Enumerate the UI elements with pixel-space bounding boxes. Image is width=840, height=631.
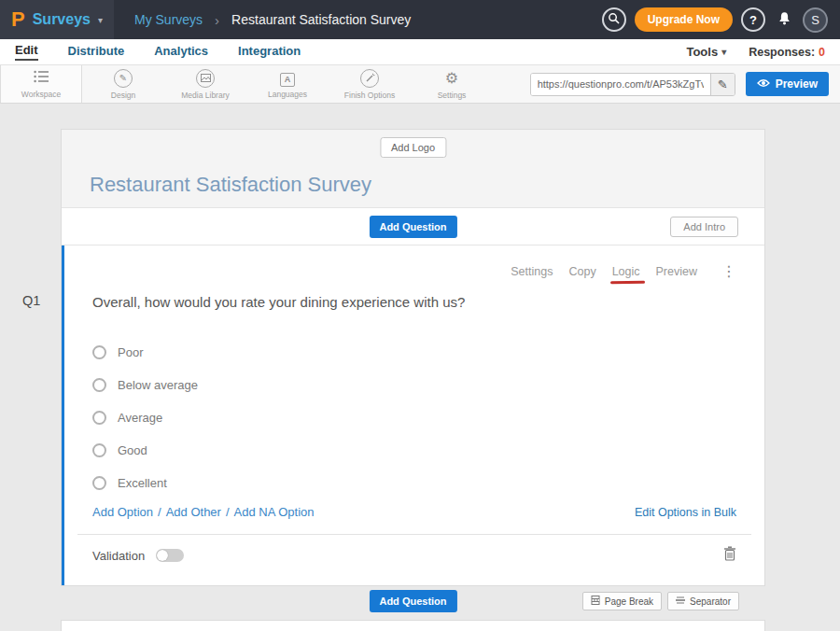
- toolbar-item-finish-options[interactable]: Finish Options: [329, 65, 411, 103]
- toolbar-item-media-library[interactable]: Media Library: [164, 65, 246, 103]
- responses-label: Responses:: [749, 46, 815, 59]
- section-nav: Edit Distribute Analytics Integration To…: [0, 39, 840, 65]
- header-actions: Upgrade Now ? S: [602, 7, 840, 33]
- tab-analytics[interactable]: Analytics: [154, 44, 208, 60]
- tab-integration[interactable]: Integration: [238, 44, 301, 60]
- separator-icon: [676, 596, 685, 607]
- search-button[interactable]: [602, 7, 626, 32]
- notifications-button[interactable]: [774, 10, 794, 30]
- product-switcher[interactable]: P Surveys ▾: [0, 0, 114, 39]
- edit-options-in-bulk-link[interactable]: Edit Options in Bulk: [635, 506, 736, 519]
- page-break-icon: [591, 596, 600, 607]
- page-break-label: Page Break: [605, 596, 653, 607]
- tab-edit[interactable]: Edit: [15, 43, 38, 61]
- nav-right-group: Tools ▾ Responses:0: [686, 45, 825, 59]
- tools-dropdown[interactable]: Tools ▾: [686, 45, 726, 59]
- languages-icon: A: [280, 73, 295, 87]
- tab-distribute[interactable]: Distribute: [68, 44, 125, 60]
- toolbar-label: Finish Options: [344, 91, 395, 100]
- answer-option-label[interactable]: Below average: [118, 378, 198, 392]
- question-number: Q1: [22, 293, 40, 308]
- radio-button[interactable]: [92, 443, 106, 457]
- survey-card: Add Logo Restaurant Satisfaction Survey …: [61, 129, 765, 586]
- toolbar-item-languages[interactable]: A Languages: [246, 65, 329, 103]
- validation-label: Validation: [92, 549, 145, 563]
- upgrade-now-button[interactable]: Upgrade Now: [635, 7, 733, 32]
- link-separator: /: [226, 505, 230, 519]
- responses-count: 0: [819, 46, 825, 59]
- chevron-down-icon: ▾: [721, 47, 726, 57]
- answer-option-row: Below average: [92, 369, 736, 401]
- page-break-button[interactable]: Page Break: [582, 592, 662, 610]
- survey-editor-screen: P Surveys ▾ My Surveys › Restaurant Sati…: [0, 0, 840, 631]
- answer-options-list: Poor Below average Average Good Excellen…: [92, 336, 736, 499]
- breadcrumb-my-surveys[interactable]: My Surveys: [134, 12, 203, 27]
- survey-title[interactable]: Restaurant Satisfaction Survey: [90, 173, 371, 197]
- survey-url-box: ✎: [530, 73, 735, 96]
- editor-toolbar: Workspace ✎ Design Media Library A Langu…: [0, 65, 840, 104]
- eye-icon: [757, 77, 770, 91]
- validation-row: Validation: [77, 534, 751, 570]
- toggle-knob: [157, 550, 168, 561]
- separator-button[interactable]: Separator: [667, 592, 739, 610]
- question-more-menu[interactable]: ⋮: [721, 264, 736, 279]
- question-block-q1: Settings Copy Logic Preview ⋮ Overall, h…: [62, 245, 764, 585]
- media-library-icon: [196, 69, 215, 88]
- edit-url-button[interactable]: ✎: [710, 74, 735, 95]
- question-actions: Settings Copy Logic Preview ⋮: [92, 264, 736, 279]
- question-text[interactable]: Overall, how would you rate your dining …: [92, 294, 736, 310]
- survey-url-input[interactable]: [531, 74, 710, 95]
- separator-label: Separator: [690, 596, 731, 607]
- answer-option-label[interactable]: Poor: [118, 345, 143, 359]
- preview-label: Preview: [776, 77, 818, 91]
- answer-option-row: Average: [92, 401, 736, 434]
- add-option-links: Add Option / Add Other / Add NA Option: [92, 505, 315, 519]
- radio-button[interactable]: [92, 378, 106, 392]
- questionpro-logo: P: [11, 9, 25, 30]
- toolbar-label: Media Library: [181, 91, 230, 100]
- radio-button[interactable]: [92, 345, 106, 359]
- next-section-card: [61, 620, 765, 631]
- validation-toggle[interactable]: [156, 549, 184, 562]
- add-option-link[interactable]: Add Option: [92, 505, 153, 519]
- toolbar-label: Languages: [268, 90, 307, 99]
- delete-question-button[interactable]: [723, 546, 736, 565]
- add-question-button-top[interactable]: Add Question: [369, 216, 456, 238]
- add-intro-button[interactable]: Add Intro: [670, 217, 738, 237]
- logic-label: Logic: [612, 265, 640, 278]
- settings-gear-icon: ⚙: [445, 69, 458, 88]
- add-other-link[interactable]: Add Other: [166, 505, 221, 519]
- question-settings-link[interactable]: Settings: [511, 265, 553, 278]
- add-question-button-bottom[interactable]: Add Question: [369, 590, 456, 612]
- preview-button[interactable]: Preview: [746, 72, 829, 96]
- validation-left: Validation: [92, 549, 184, 563]
- toolbar-item-workspace[interactable]: Workspace: [0, 65, 82, 103]
- link-separator: /: [158, 505, 161, 519]
- answer-option-label[interactable]: Good: [118, 443, 147, 457]
- add-logo-button[interactable]: Add Logo: [380, 137, 446, 158]
- toolbar-label: Workspace: [21, 90, 61, 99]
- answer-option-row: Poor: [92, 336, 736, 369]
- radio-button[interactable]: [92, 411, 106, 425]
- help-button[interactable]: ?: [741, 7, 765, 32]
- answer-option-row: Excellent: [92, 467, 736, 499]
- toolbar-item-design[interactable]: ✎ Design: [82, 65, 164, 103]
- question-preview-link[interactable]: Preview: [656, 265, 697, 278]
- pencil-icon: ✎: [718, 77, 728, 91]
- breadcrumb-survey-title: Restaurant Satisfaction Survey: [231, 12, 411, 27]
- answer-option-label[interactable]: Excellent: [118, 476, 167, 490]
- add-na-option-link[interactable]: Add NA Option: [234, 505, 315, 519]
- insert-controls: Page Break Separator: [582, 592, 739, 610]
- radio-button[interactable]: [92, 476, 106, 490]
- toolbar-label: Settings: [438, 91, 467, 100]
- user-avatar[interactable]: S: [803, 7, 828, 33]
- question-logic-link[interactable]: Logic: [612, 265, 640, 278]
- between-questions-row: Add Question Page Break Separator: [61, 589, 765, 613]
- design-icon: ✎: [114, 69, 133, 88]
- toolbar-item-settings[interactable]: ⚙ Settings: [411, 65, 493, 103]
- tools-label: Tools: [686, 45, 718, 59]
- responses-link[interactable]: Responses:0: [749, 46, 825, 59]
- search-icon: [608, 12, 620, 27]
- answer-option-label[interactable]: Average: [118, 411, 162, 425]
- question-copy-link[interactable]: Copy: [568, 265, 595, 278]
